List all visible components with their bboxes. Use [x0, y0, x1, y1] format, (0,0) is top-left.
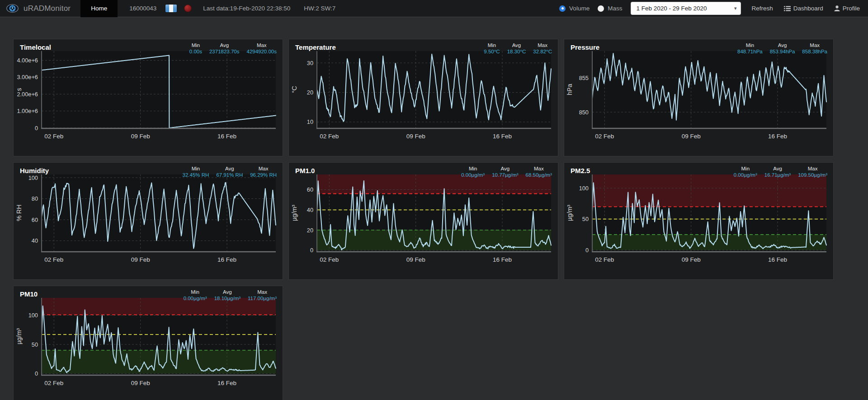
stat-min-value: 848.71hPa: [737, 49, 763, 54]
last-data-label: Last data:19-Feb-2020 22:38:50: [203, 5, 290, 12]
svg-text:16 Feb: 16 Feb: [217, 133, 236, 140]
svg-text:°C: °C: [291, 86, 298, 93]
chart-plot: 85085502 Feb09 Feb16 FebhPa: [564, 51, 834, 144]
svg-text:60: 60: [32, 216, 38, 223]
timelocal-chart-svg: 01.00e+62.00e+63.00e+64.00e+602 Feb09 Fe…: [14, 51, 283, 144]
dashboard-label: Dashboard: [793, 5, 823, 12]
profile-label: Profile: [843, 5, 860, 12]
stat-max-value: 96.29% RH: [250, 172, 277, 178]
stat-avg-value: 853.94hPa: [770, 49, 795, 54]
refresh-label: Refresh: [751, 5, 773, 12]
svg-text:02 Feb: 02 Feb: [44, 380, 63, 386]
svg-text:02 Feb: 02 Feb: [595, 256, 614, 263]
tab-home[interactable]: Home: [80, 0, 118, 17]
person-icon: [834, 5, 840, 11]
svg-text:80: 80: [32, 195, 38, 202]
pressure-chart-svg: 85085502 Feb09 Feb16 FebhPa: [564, 51, 834, 144]
pm1-chart-svg: 020406002 Feb09 Feb16 Febµg/m³: [289, 174, 558, 267]
svg-text:60: 60: [307, 186, 313, 193]
chart-title: Humidity: [20, 167, 49, 174]
dashboard-button[interactable]: Dashboard: [784, 5, 823, 12]
chart-stats: Min0.00µg/m³ Avg16.71µg/m³ Max109.50µg/m…: [734, 166, 827, 178]
stat-min-value: 0.00µg/m³: [184, 296, 207, 301]
stat-max-value: 109.50µg/m³: [798, 172, 827, 178]
stat-min-value: 0.00s: [189, 49, 202, 54]
svg-text:850: 850: [579, 109, 589, 116]
volume-radio[interactable]: Volume: [559, 5, 590, 12]
pm25-chart-svg: 05010002 Feb09 Feb16 Febµg/m³: [564, 174, 834, 267]
chart-panel-pm1: PM1.0 Min0.00µg/m³ Avg10.77µg/m³ Max68.5…: [288, 162, 558, 280]
stat-min-label: Min: [469, 166, 477, 171]
svg-text:0: 0: [585, 247, 589, 254]
profile-button[interactable]: Profile: [834, 5, 860, 12]
svg-text:30: 30: [307, 60, 313, 66]
stat-min-value: 0.00µg/m³: [734, 172, 757, 178]
stat-avg-label: Avg: [220, 42, 229, 48]
list-icon: [784, 6, 791, 11]
svg-text:hPa: hPa: [566, 84, 573, 95]
svg-text:50: 50: [582, 216, 589, 222]
svg-text:100: 100: [28, 174, 38, 181]
svg-text:09 Feb: 09 Feb: [406, 256, 425, 263]
stat-avg-value: 2371823.70s: [209, 49, 240, 54]
mass-radio[interactable]: Mass: [598, 5, 622, 12]
stat-min-label: Min: [746, 42, 755, 48]
chart-title: PM1.0: [295, 167, 315, 174]
stat-min-value: 32.45% RH: [183, 172, 209, 178]
chart-stats: Min0.00s Avg2371823.70s Max4294920.00s: [189, 42, 277, 54]
stat-max-value: 858.38hPa: [802, 49, 827, 54]
stat-min-value: 9.50°C: [484, 49, 500, 54]
stat-min-label: Min: [488, 42, 496, 48]
svg-text:16 Feb: 16 Feb: [493, 133, 512, 140]
svg-text:02 Feb: 02 Feb: [44, 133, 63, 140]
stat-max-label: Max: [257, 289, 267, 295]
charts-grid: Timelocal Min0.00s Avg2371823.70s Max429…: [0, 17, 868, 400]
stat-min-value: 0.00µg/m³: [461, 172, 485, 178]
svg-text:s: s: [15, 88, 23, 91]
stat-max-label: Max: [534, 166, 544, 171]
svg-text:µg/m³: µg/m³: [291, 205, 298, 221]
chart-plot: 10203002 Feb09 Feb16 Feb°C: [289, 51, 558, 144]
uradmonitor-logo-icon: [6, 2, 19, 14]
svg-text:20: 20: [307, 89, 313, 96]
svg-text:100: 100: [28, 312, 38, 319]
svg-text:855: 855: [579, 75, 589, 81]
svg-text:40: 40: [32, 237, 38, 244]
stat-max-label: Max: [259, 166, 269, 171]
chevron-down-icon: ▾: [734, 5, 737, 11]
volume-radio-label: Volume: [569, 5, 590, 12]
chart-panel-pressure: Pressure Min848.71hPa Avg853.94hPa Max85…: [564, 39, 834, 156]
chart-plot: 01.00e+62.00e+63.00e+64.00e+602 Feb09 Fe…: [14, 51, 283, 144]
mass-radio-icon[interactable]: [598, 5, 604, 12]
stat-max-label: Max: [538, 42, 547, 48]
svg-text:2.00e+6: 2.00e+6: [17, 91, 38, 98]
volume-radio-icon[interactable]: [559, 5, 566, 12]
refresh-button[interactable]: Refresh: [751, 5, 773, 12]
stat-avg-label: Avg: [223, 289, 232, 295]
stat-min-label: Min: [192, 166, 200, 171]
date-range-value: 1 Feb 2020 - 29 Feb 2020: [636, 5, 707, 12]
svg-text:10: 10: [307, 118, 313, 125]
chart-panel-timelocal: Timelocal Min0.00s Avg2371823.70s Max429…: [13, 39, 283, 156]
svg-text:09 Feb: 09 Feb: [406, 133, 425, 140]
svg-text:0: 0: [310, 247, 313, 254]
svg-text:0: 0: [35, 125, 38, 132]
stat-max-value: 4294920.00s: [246, 49, 277, 54]
date-range-select[interactable]: 1 Feb 2020 - 29 Feb 2020 ▾: [631, 2, 741, 14]
stat-avg-value: 18.10µg/m³: [214, 296, 241, 301]
svg-text:09 Feb: 09 Feb: [131, 380, 150, 386]
svg-text:09 Feb: 09 Feb: [131, 256, 150, 263]
stat-min-label: Min: [741, 166, 750, 171]
hw-sw-label: HW:2 SW:7: [304, 5, 335, 12]
chart-title: Pressure: [571, 43, 599, 51]
stat-avg-value: 10.77µg/m³: [492, 172, 518, 178]
svg-text:09 Feb: 09 Feb: [131, 133, 150, 140]
guatemala-flag-icon: [165, 5, 177, 12]
svg-text:40: 40: [307, 207, 313, 213]
chart-title: PM2.5: [571, 167, 590, 174]
stat-max-label: Max: [257, 42, 267, 48]
svg-text:16 Feb: 16 Feb: [768, 256, 787, 263]
chart-title: Timelocal: [20, 43, 51, 51]
brand-title: uRADMonitor: [24, 4, 71, 13]
red-status-icon: [184, 5, 191, 12]
